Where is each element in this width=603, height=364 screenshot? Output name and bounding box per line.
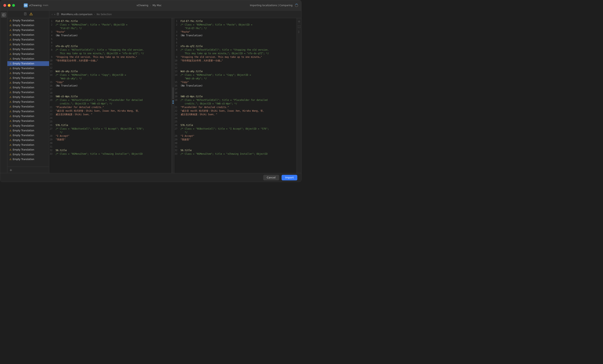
file-list-item[interactable]: ⚠Empty Translation — [7, 100, 49, 104]
warning-icon: ⚠ — [9, 29, 12, 32]
file-item-label: Empty Translation — [13, 43, 34, 46]
code-line: 14/* Class = "NSMenuItem"; title = "Copy… — [49, 74, 172, 77]
file-list-item[interactable]: ⚠Empty Translation — [7, 18, 49, 23]
code-line: 31 — [49, 145, 172, 149]
collapse-icon[interactable] — [297, 30, 301, 34]
maximize-button[interactable] — [12, 4, 15, 7]
file-list-item[interactable]: ⚠Empty Translation — [7, 109, 49, 114]
nav-forward-button[interactable]: › — [54, 13, 55, 16]
close-button[interactable] — [3, 4, 6, 7]
line-number: 31 — [174, 145, 181, 149]
import-button[interactable]: Import — [282, 175, 297, 180]
line-content — [181, 41, 294, 45]
warning-icon: ⚠ — [9, 38, 12, 41]
file-list-item[interactable]: ⚠Empty Translation — [7, 28, 49, 33]
file-list-item[interactable]: ⚠Empty Translation — [7, 104, 49, 109]
warning-icon: ⚠ — [9, 148, 12, 151]
settings-icon[interactable] — [297, 20, 301, 23]
file-list-item[interactable]: ⚠Empty Translation — [7, 71, 49, 76]
code-line: 6 — [49, 41, 172, 45]
line-content: (No Translation) — [181, 84, 294, 88]
line-content — [181, 66, 294, 70]
line-number: 17 — [174, 88, 181, 91]
line-content: /* Class = "NSTextFieldCell"; title = "S… — [56, 48, 169, 52]
file-list-item[interactable]: ⚠Empty Translation — [7, 128, 49, 133]
branch-label: main — [43, 4, 48, 7]
code-line: 7nTo-dx-qfZ.title — [49, 45, 172, 48]
nav-back-button[interactable]: ‹ — [52, 13, 53, 16]
line-number — [174, 102, 181, 106]
file-list-item[interactable]: ⚠Empty Translation — [7, 123, 49, 128]
file-item-label: Empty Translation — [13, 105, 34, 108]
warning-icon: ⚠ — [9, 105, 12, 108]
line-number: 19 — [174, 95, 181, 99]
line-number: 18 — [49, 91, 56, 95]
file-list-item[interactable]: ⚠Empty Translation — [7, 143, 49, 147]
line-number: 23 — [49, 113, 56, 117]
file-list-item[interactable]: ⚠Empty Translation — [7, 138, 49, 143]
warning-filter-icon[interactable] — [30, 12, 33, 16]
code-line: 8/* Class = "NSTextFieldCell"; title = "… — [49, 48, 172, 52]
file-list-item[interactable]: ⚠Empty Translation — [7, 76, 49, 80]
warning-icon: ⚠ — [9, 96, 12, 99]
expand-icon[interactable] — [297, 25, 301, 29]
code-line: 15"Copy" — [174, 81, 297, 84]
file-list-item[interactable]: ⚠Empty Translation — [7, 66, 49, 71]
file-list-item[interactable]: ⚠Empty Translation — [7, 61, 49, 66]
line-number: 16 — [174, 84, 181, 88]
file-list-item[interactable]: ⚠Empty Translation — [7, 85, 49, 90]
device-label: vChewing — [137, 4, 148, 7]
file-list-item[interactable]: ⚠Empty Translation — [7, 80, 49, 85]
file-item-label: Empty Translation — [13, 67, 34, 70]
breadcrumb-filename[interactable]: MainMenu.xib.comparison — [61, 13, 92, 16]
line-content: credits."; ObjectID = "VW8-s5-Wpn"; */ — [56, 102, 169, 106]
right-editor-pane[interactable]: 1Fid-E7-Ykc.title2/* Class = "NSMenuItem… — [174, 18, 297, 173]
line-number: 29 — [49, 138, 56, 142]
line-number: 2 — [174, 23, 181, 27]
file-list-item[interactable]: ⚠Empty Translation — [7, 95, 49, 100]
cancel-button[interactable]: Cancel — [263, 175, 279, 180]
sidebar-toggle-icon[interactable] — [1, 12, 7, 18]
new-file-icon[interactable] — [24, 12, 27, 16]
code-line: 28"I Accept" — [174, 135, 297, 138]
line-content: "WoU-zb-uKy"; */ — [181, 77, 294, 81]
file-list-item[interactable]: ⚠Empty Translation — [7, 133, 49, 138]
file-list-item[interactable]: ⚠Empty Translation — [7, 37, 49, 42]
line-content: (No Translation) — [56, 34, 169, 38]
file-list-item[interactable]: ⚠Empty Translation — [7, 157, 49, 162]
line-content: nTo-dx-qfZ.title — [56, 45, 169, 48]
file-list-item[interactable]: ⚠Empty Translation — [7, 152, 49, 157]
file-item-label: Empty Translation — [13, 91, 34, 94]
minimize-button[interactable] — [8, 4, 11, 7]
line-content: VW8-s5-Wpn.title — [56, 95, 169, 99]
line-number: 9 — [49, 56, 56, 59]
add-item-button[interactable]: + — [9, 168, 12, 172]
code-line: 18 — [49, 91, 172, 95]
warning-icon: ⚠ — [9, 153, 12, 156]
line-number: 25 — [49, 120, 56, 124]
line-number: 2 — [49, 23, 56, 27]
file-list-item[interactable]: ⚠Empty Translation — [7, 114, 49, 119]
file-list-item[interactable]: ⚠Empty Translation — [7, 147, 49, 152]
line-number: 6 — [49, 41, 56, 45]
left-editor-pane[interactable]: 1Fid-E7-Ykc.title2/* Class = "NSMenuItem… — [49, 18, 172, 173]
file-list-item[interactable]: ⚠Empty Translation — [7, 23, 49, 28]
line-content — [181, 63, 294, 66]
line-content: /* Class = "NSMenuItem"; title = "Copy";… — [181, 74, 294, 77]
warning-icon: ⚠ — [9, 124, 12, 127]
file-list-item[interactable]: ⚠Empty Translation — [7, 52, 49, 57]
line-content: "威注音 macOS 程式研發：Shiki Suen, Isaac Xen, H… — [56, 109, 169, 113]
file-list-item[interactable]: ⚠Empty Translation — [7, 57, 49, 61]
file-list-item[interactable]: ⚠Empty Translation — [7, 90, 49, 95]
file-list-item[interactable]: ⚠Empty Translation — [7, 47, 49, 52]
file-list-item[interactable]: ⚠Empty Translation — [7, 33, 49, 37]
line-content: Fid-E7-Ykc.title — [181, 20, 294, 23]
file-list-item[interactable]: ⚠Empty Translation — [7, 119, 49, 123]
svg-point-7 — [31, 14, 31, 15]
file-item-label: Empty Translation — [13, 38, 34, 41]
code-line: 26576.title — [49, 124, 172, 127]
line-content: "I Accept" — [56, 135, 169, 138]
code-line: 16(No Translation) — [174, 84, 297, 88]
file-list-item[interactable]: ⚠Empty Translation — [7, 42, 49, 47]
code-line: 28"I Accept" — [49, 135, 172, 138]
